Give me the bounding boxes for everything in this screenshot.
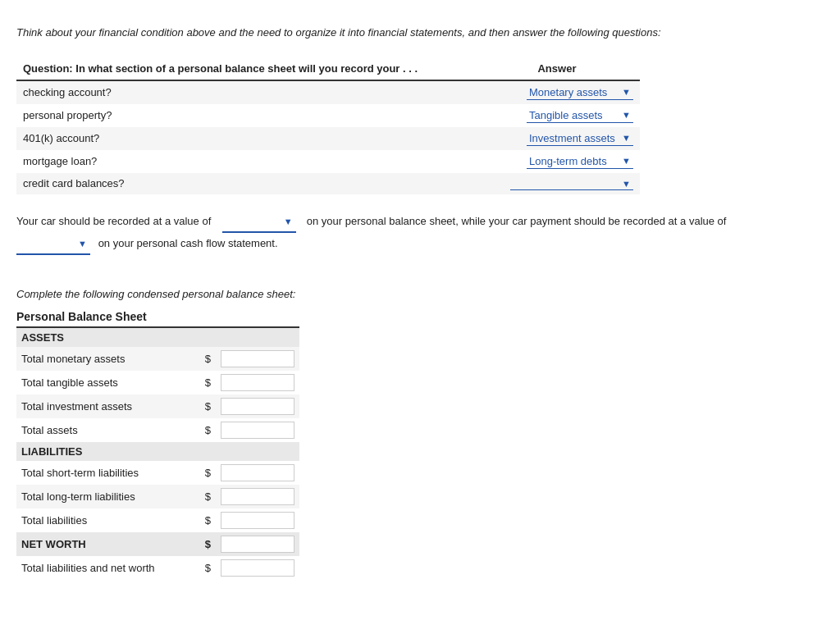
assets-header: ASSETS [16,328,299,347]
answer-cell-1[interactable]: Monetary assets ▼ [474,80,640,104]
col2-header: Answer [474,57,640,80]
dropdown-credit[interactable]: ▼ [510,178,633,190]
answer-cell-2[interactable]: Tangible assets ▼ [474,104,640,127]
total-assets-input-cell[interactable] [216,418,299,442]
dollar-sign: $ [199,508,216,532]
chevron-down-icon: ▼ [78,235,87,253]
dollar-sign: $ [199,556,216,580]
dropdown-investment[interactable]: Investment assets ▼ [527,131,633,146]
dollar-sign: $ [199,418,216,442]
question-cell: mortgage loan? [16,150,474,173]
tangible-assets-input[interactable] [221,374,294,391]
total-liabilities-net-worth-input[interactable] [221,559,294,577]
chevron-down-icon: ▼ [284,212,293,230]
table-row: Total liabilities and net worth $ [16,556,299,580]
table-row: 401(k) account? Investment assets ▼ [16,127,640,150]
car-text-1: Your car should be recorded at a value o… [16,215,211,227]
total-liabilities-net-worth-input-cell[interactable] [216,556,299,580]
liabilities-header-row: LIABILITIES [16,442,299,461]
balance-sheet-section: Complete the following condensed persona… [16,288,824,580]
dollar-sign: $ [199,461,216,485]
chevron-down-icon: ▼ [622,179,631,189]
table-row: credit card balances? ▼ [16,173,640,194]
balance-sheet-container: Personal Balance Sheet ASSETS Total mone… [16,310,299,580]
row-label: Total long-term liabilities [16,485,199,508]
table-row: Total liabilities $ [16,508,299,532]
table-row: Total tangible assets $ [16,371,299,394]
row-label: Total liabilities [16,508,199,532]
chevron-down-icon: ▼ [622,110,631,120]
table-row: Total monetary assets $ [16,347,299,371]
car-text-2: on your personal balance sheet, while yo… [307,215,727,227]
row-label: Total tangible assets [16,371,199,394]
table-row: Total investment assets $ [16,394,299,418]
tangible-assets-input-cell[interactable] [216,371,299,394]
answer-cell-5[interactable]: ▼ [474,173,640,194]
total-liabilities-input[interactable] [221,512,294,529]
table-row: mortgage loan? Long-term debts ▼ [16,150,640,173]
intro-text: Think about your financial condition abo… [16,25,824,41]
chevron-down-icon: ▼ [622,156,631,166]
chevron-down-icon: ▼ [622,87,631,97]
dollar-sign: $ [199,394,216,418]
car-sentence-block: Your car should be recorded at a value o… [16,211,824,255]
balance-sheet-title: Personal Balance Sheet [16,310,299,328]
chevron-down-icon: ▼ [622,133,631,143]
row-label: Total investment assets [16,394,199,418]
question-cell: checking account? [16,80,474,104]
table-row: personal property? Tangible assets ▼ [16,104,640,127]
short-term-input[interactable] [221,464,294,481]
net-worth-input-cell[interactable] [216,532,299,556]
table-row: Total short-term liabilities $ [16,461,299,485]
monetary-assets-input-cell[interactable] [216,347,299,371]
net-worth-header: NET WORTH [16,532,199,556]
answer-cell-3[interactable]: Investment assets ▼ [474,127,640,150]
balance-intro: Complete the following condensed persona… [16,288,824,300]
question-table: Question: In what section of a personal … [16,57,640,194]
row-label: Total short-term liabilities [16,461,199,485]
dropdown-tangible-label: Tangible assets [529,109,603,121]
col1-header: Question: In what section of a personal … [16,57,474,80]
total-assets-input[interactable] [221,422,294,439]
assets-header-row: ASSETS [16,328,299,347]
dropdown-longterm[interactable]: Long-term debts ▼ [527,154,633,169]
row-label: Total liabilities and net worth [16,556,199,580]
dollar-sign: $ [199,485,216,508]
dollar-sign: $ [199,371,216,394]
car-value-dropdown[interactable]: ▼ [222,212,296,233]
row-label: Total assets [16,418,199,442]
dropdown-tangible[interactable]: Tangible assets ▼ [527,108,633,123]
total-liabilities-input-cell[interactable] [216,508,299,532]
monetary-assets-input[interactable] [221,350,294,367]
long-term-input[interactable] [221,488,294,505]
car-text-3: on your personal cash flow statement. [98,237,278,249]
dropdown-investment-label: Investment assets [529,132,615,144]
car-payment-dropdown[interactable]: ▼ [16,234,90,255]
answer-cell-4[interactable]: Long-term debts ▼ [474,150,640,173]
investment-assets-input[interactable] [221,398,294,415]
net-worth-input[interactable] [221,536,294,553]
long-term-input-cell[interactable] [216,485,299,508]
dropdown-monetary-label: Monetary assets [529,86,607,98]
dropdown-monetary[interactable]: Monetary assets ▼ [527,85,633,100]
net-worth-header-row: NET WORTH $ [16,532,299,556]
table-row: Total assets $ [16,418,299,442]
dropdown-longterm-label: Long-term debts [529,155,607,167]
dollar-sign: $ [199,347,216,371]
table-row: Total long-term liabilities $ [16,485,299,508]
question-cell: 401(k) account? [16,127,474,150]
question-cell: credit card balances? [16,173,474,194]
row-label: Total monetary assets [16,347,199,371]
short-term-input-cell[interactable] [216,461,299,485]
table-row: checking account? Monetary assets ▼ [16,80,640,104]
question-cell: personal property? [16,104,474,127]
liabilities-header: LIABILITIES [16,442,299,461]
balance-table: ASSETS Total monetary assets $ Total tan… [16,328,299,580]
dollar-sign: $ [199,532,216,556]
investment-assets-input-cell[interactable] [216,394,299,418]
